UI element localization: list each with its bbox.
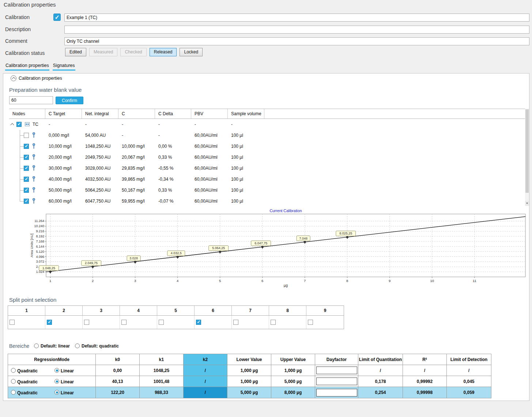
- split-point-checkbox-6[interactable]: [196, 320, 201, 325]
- channel-checkbox[interactable]: [16, 122, 22, 127]
- status-button-checked[interactable]: Checked: [120, 48, 146, 56]
- description-input[interactable]: [64, 26, 529, 34]
- comment-input[interactable]: [64, 37, 529, 45]
- status-button-locked[interactable]: Locked: [180, 48, 203, 56]
- calibration-point-row: 50,000 mg/l5064,250 AU50,167 mg/l0,33 %6…: [9, 185, 525, 196]
- calibration-checkbox[interactable]: [53, 14, 61, 21]
- point-checkbox[interactable]: [24, 177, 29, 182]
- point-value-cell: -: [155, 130, 191, 141]
- calibration-chart-svg: Current Calibration12345678910111.0242.0…: [5, 208, 528, 293]
- regression-mode-option-linear[interactable]: Linear: [54, 379, 87, 384]
- comment-label: Comment: [5, 38, 27, 44]
- regression-mode-label: Quadratic: [17, 379, 38, 384]
- point-checkbox[interactable]: [24, 144, 29, 149]
- point-value-cell: 60,00AU/ml: [191, 141, 228, 152]
- split-column-header-2: 2: [45, 306, 83, 315]
- svg-text:µg: µg: [284, 283, 288, 288]
- channel-value-cell: -: [228, 119, 264, 130]
- regression-row-1: QuadraticLinear0,001048,25/1,000 µg1,000…: [8, 365, 491, 376]
- regression-cell-lower_value: 5,000 µg: [227, 387, 271, 398]
- split-point-checkbox-7[interactable]: [233, 320, 238, 325]
- point-value-cell: 0,00 %: [155, 141, 191, 152]
- regression-cell-r2: 0,99992: [403, 376, 447, 387]
- section-title: Calibration properties: [19, 76, 62, 81]
- channel-type-icon: [24, 121, 30, 127]
- tab-signatures[interactable]: Signatures: [53, 62, 75, 71]
- point-value-cell: 30,000 mg/l: [45, 163, 82, 174]
- status-button-edited[interactable]: Edited: [65, 48, 86, 56]
- default-mode-radio-default-linear[interactable]: [34, 343, 39, 348]
- default-mode-option-default-quadratic[interactable]: Default: quadratic: [75, 343, 119, 349]
- svg-text:4.032,5: 4.032,5: [171, 251, 182, 255]
- nodes-scrollbar[interactable]: ▼: [525, 109, 529, 206]
- svg-text:3.028: 3.028: [129, 256, 138, 260]
- default-mode-option-default-linear[interactable]: Default: linear: [34, 343, 78, 349]
- regression-mode-radio-linear[interactable]: [54, 368, 59, 373]
- calibration-name-input[interactable]: [64, 14, 529, 22]
- point-checkbox[interactable]: [24, 133, 29, 138]
- default-mode-label: Default: linear: [41, 343, 70, 349]
- svg-text:9.216: 9.216: [36, 229, 44, 233]
- point-tree-cell: [9, 152, 45, 163]
- point-value-cell: 60,000 mg/l: [45, 196, 82, 207]
- split-point-checkbox-4[interactable]: [121, 320, 127, 325]
- regression-mode-radio-linear[interactable]: [54, 379, 59, 384]
- split-point-checkbox-8[interactable]: [271, 320, 276, 325]
- split-cell-8: [269, 316, 306, 329]
- point-checkbox[interactable]: [24, 166, 29, 171]
- svg-text:5: 5: [219, 279, 221, 283]
- dayfactor-input[interactable]: [316, 377, 357, 385]
- status-button-measured[interactable]: Measured: [89, 48, 117, 56]
- regression-mode-radio-quadratic[interactable]: [11, 390, 16, 395]
- regression-cell-upper_value: 5,000 µg: [271, 376, 315, 387]
- calibration-label: Calibration: [5, 14, 30, 20]
- split-cell-9: [306, 316, 344, 329]
- column-header-sample-volume: Sample volume: [228, 109, 264, 119]
- point-tree-cell: [9, 163, 45, 174]
- status-button-released[interactable]: Released: [150, 48, 177, 56]
- split-point-checkbox-1[interactable]: [10, 320, 15, 325]
- dayfactor-input[interactable]: [316, 367, 357, 374]
- regression-row-3: QuadraticLinear122,20988,33/5,000 µg8,00…: [8, 387, 491, 398]
- regression-cell-k2: /: [184, 387, 227, 398]
- scrollbar-thumb[interactable]: [525, 109, 529, 193]
- svg-text:8.192: 8.192: [36, 234, 44, 238]
- collapse-section-button[interactable]: [11, 75, 16, 81]
- calibration-point-icon: [32, 198, 36, 204]
- regression-mode-radio-quadratic[interactable]: [11, 368, 16, 373]
- point-value-cell: 20,067 mg/l: [118, 152, 155, 163]
- regression-cell-k1: 1048,25: [140, 365, 184, 376]
- confirm-button[interactable]: Confirm: [56, 97, 83, 104]
- regression-mode-option-quadratic[interactable]: Quadratic: [11, 368, 48, 373]
- point-checkbox[interactable]: [24, 155, 29, 160]
- channel-value-cell: -: [82, 119, 118, 130]
- regression-mode-label: Quadratic: [17, 390, 38, 395]
- split-cell-3: [83, 316, 120, 329]
- regression-mode-option-linear[interactable]: Linear: [54, 368, 87, 373]
- regression-mode-radio-linear[interactable]: [54, 390, 59, 395]
- pwb-title: Preparation water blank value: [9, 87, 82, 93]
- point-value-cell: 39,865 mg/l: [118, 174, 155, 185]
- regression-mode-radio-quadratic[interactable]: [11, 379, 16, 384]
- tab-bar: Calibration properties Signatures: [5, 62, 75, 71]
- svg-text:1: 1: [49, 279, 51, 283]
- svg-text:2.049,75: 2.049,75: [85, 261, 98, 265]
- point-checkbox[interactable]: [24, 199, 29, 204]
- tab-calibration-properties[interactable]: Calibration properties: [5, 62, 49, 71]
- tree-collapse-icon[interactable]: [11, 123, 14, 126]
- regression-cell-loq: /: [358, 365, 403, 376]
- point-checkbox[interactable]: [24, 188, 29, 193]
- split-point-checkbox-9[interactable]: [308, 320, 313, 325]
- point-value-cell: 20,000 mg/l: [45, 152, 82, 163]
- split-point-checkbox-5[interactable]: [159, 320, 164, 325]
- pwb-input[interactable]: [9, 96, 53, 104]
- split-point-checkbox-3[interactable]: [84, 320, 89, 325]
- scrollbar-down-button[interactable]: ▼: [525, 201, 529, 206]
- default-mode-radio-default-quadratic[interactable]: [75, 343, 80, 348]
- dayfactor-input[interactable]: [316, 389, 357, 397]
- regression-mode-option-quadratic[interactable]: Quadratic: [11, 390, 48, 395]
- calibration-point-icon: [32, 176, 36, 182]
- split-point-checkbox-2[interactable]: [47, 320, 52, 325]
- regression-mode-option-linear[interactable]: Linear: [54, 390, 87, 395]
- regression-mode-option-quadratic[interactable]: Quadratic: [11, 379, 48, 384]
